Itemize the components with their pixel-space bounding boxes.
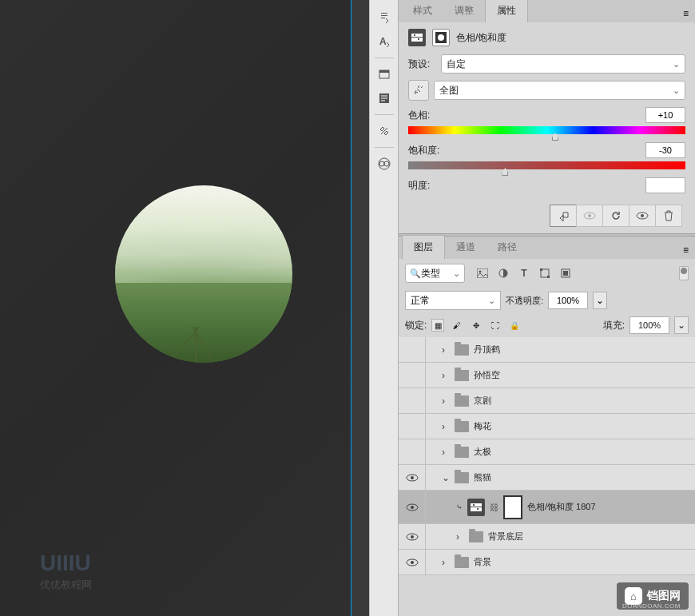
filter-pixel-icon[interactable]	[476, 267, 489, 280]
filter-smart-icon[interactable]	[559, 267, 572, 280]
tools-icon[interactable]	[373, 120, 395, 142]
visibility-toggle[interactable]	[399, 414, 426, 439]
adjustment-layer-icon[interactable]	[408, 29, 426, 46]
target-adjustment-icon[interactable]	[408, 80, 429, 101]
panel-icon-1[interactable]	[373, 63, 395, 85]
expand-chevron-icon[interactable]: ›	[442, 370, 450, 381]
visibility-toggle[interactable]	[399, 388, 426, 413]
canvas-area: UIIIU 优优教程网	[0, 0, 369, 616]
expand-chevron-icon[interactable]: ›	[442, 344, 450, 356]
fill-label: 填充:	[603, 319, 625, 332]
fill-value[interactable]: 100%	[629, 316, 669, 334]
lock-paint-icon[interactable]: 🖌	[451, 319, 463, 332]
visibility-toggle[interactable]	[399, 337, 426, 362]
tab-layers[interactable]: 图层	[402, 235, 445, 259]
site-badge: ⌂ 铛图网 DOANDOAN.COM	[617, 582, 689, 610]
expand-chevron-icon[interactable]: ⌄	[442, 472, 450, 483]
lightness-value[interactable]	[645, 177, 685, 193]
saturation-value[interactable]: -30	[645, 142, 685, 158]
document-canvas[interactable]: UIIIU 优优教程网	[0, 0, 351, 616]
tab-adjustments[interactable]: 调整	[443, 0, 485, 22]
link-icon[interactable]: ⛓	[490, 503, 498, 512]
layer-name-label[interactable]: 背景	[474, 556, 491, 568]
layer-name-label[interactable]: 色相/饱和度 1807	[527, 501, 596, 513]
layer-row[interactable]: ›梅花	[399, 414, 695, 439]
blend-mode-select[interactable]: 正常	[405, 291, 501, 310]
character-styles-icon[interactable]: A	[373, 30, 395, 53]
lock-transparency-icon[interactable]: ▦	[431, 319, 444, 332]
expand-chevron-icon[interactable]: ›	[456, 531, 464, 542]
adjustment-thumb-icon	[467, 499, 485, 516]
preset-select[interactable]: 自定	[441, 54, 685, 74]
opacity-dropdown-icon[interactable]: ⌄	[593, 292, 607, 309]
layer-row[interactable]: ⌄熊猫	[399, 465, 695, 491]
saturation-slider[interactable]	[408, 161, 685, 169]
reset-button[interactable]	[602, 205, 629, 227]
layer-name-label[interactable]: 梅花	[474, 420, 491, 432]
lock-label: 锁定:	[405, 319, 427, 332]
svg-rect-17	[477, 268, 488, 278]
fill-dropdown-icon[interactable]: ⌄	[674, 316, 689, 334]
layers-list: ›丹顶鹤›孙悟空›京剧›梅花›太极⌄熊猫⤷⛓色相/饱和度 1807›背景底层›背…	[399, 337, 695, 616]
delete-button[interactable]	[655, 205, 682, 227]
layer-name-label[interactable]: 太极	[474, 446, 491, 458]
paragraph-styles-icon[interactable]	[373, 6, 395, 29]
clip-to-layer-button[interactable]	[550, 205, 577, 227]
panel-menu-icon[interactable]: ≡	[677, 5, 695, 22]
expand-chevron-icon[interactable]: ›	[442, 557, 450, 568]
lock-artboard-icon[interactable]: ⛶	[489, 319, 502, 332]
tab-properties[interactable]: 属性	[485, 0, 528, 22]
lock-position-icon[interactable]: ✥	[470, 319, 483, 332]
svg-point-26	[411, 476, 414, 479]
layer-row[interactable]: ›京剧	[399, 388, 695, 414]
mask-icon[interactable]	[432, 29, 450, 46]
tab-channels[interactable]: 通道	[445, 236, 486, 259]
visibility-toggle[interactable]	[399, 363, 426, 387]
cloud-icon[interactable]	[373, 153, 395, 175]
layer-row[interactable]: ›背景	[399, 550, 695, 575]
svg-rect-2	[379, 70, 389, 73]
visibility-toggle[interactable]	[399, 465, 426, 490]
layers-panel-menu-icon[interactable]: ≡	[677, 241, 695, 259]
visibility-toggle[interactable]	[399, 439, 426, 464]
layer-row[interactable]: ›孙悟空	[399, 363, 695, 388]
layer-name-label[interactable]: 丹顶鹤	[474, 344, 500, 356]
watermark-subtitle: 优优教程网	[40, 578, 92, 592]
hue-slider[interactable]	[408, 126, 685, 134]
lock-all-icon[interactable]: 🔒	[508, 319, 521, 332]
watermark-logo: UIIIU	[40, 550, 91, 576]
expand-chevron-icon[interactable]: ›	[442, 447, 450, 458]
expand-chevron-icon[interactable]: ›	[442, 395, 450, 407]
folder-icon	[455, 447, 469, 458]
properties-tab-bar: 样式 调整 属性 ≡	[399, 0, 695, 22]
tab-styles[interactable]: 样式	[402, 0, 443, 22]
hue-value[interactable]: +10	[645, 107, 685, 123]
opacity-value[interactable]: 100%	[548, 292, 588, 309]
layer-row[interactable]: ›丹顶鹤	[399, 337, 695, 363]
visibility-toggle[interactable]	[399, 524, 426, 549]
visibility-toggle[interactable]	[399, 491, 426, 523]
filter-adjustment-icon[interactable]	[497, 267, 510, 280]
layer-row[interactable]: ⤷⛓色相/饱和度 1807	[399, 491, 695, 524]
view-previous-button[interactable]	[576, 205, 603, 227]
layer-row[interactable]: ›太极	[399, 439, 695, 465]
filter-shape-icon[interactable]	[538, 267, 551, 280]
layer-name-label[interactable]: 京剧	[474, 395, 491, 407]
tab-paths[interactable]: 路径	[486, 236, 528, 259]
opacity-label: 不透明度:	[506, 295, 543, 307]
visibility-toggle[interactable]	[399, 550, 426, 574]
channel-select[interactable]: 全图	[434, 81, 685, 100]
filter-type-icon[interactable]: T	[518, 267, 530, 280]
expand-chevron-icon[interactable]: ›	[442, 421, 450, 432]
layer-row[interactable]: ›背景底层	[399, 524, 695, 550]
notes-icon[interactable]	[373, 87, 395, 109]
visibility-button[interactable]	[629, 205, 656, 227]
filter-toggle[interactable]	[679, 266, 689, 280]
layer-name-label[interactable]: 背景底层	[488, 531, 523, 542]
svg-point-12	[438, 34, 444, 41]
filter-kind-select[interactable]: 🔍 类型	[405, 264, 465, 283]
layer-name-label[interactable]: 孙悟空	[474, 369, 500, 381]
layer-mask-thumb[interactable]	[503, 495, 522, 519]
layer-name-label[interactable]: 熊猫	[474, 471, 491, 483]
svg-rect-29	[471, 503, 482, 507]
